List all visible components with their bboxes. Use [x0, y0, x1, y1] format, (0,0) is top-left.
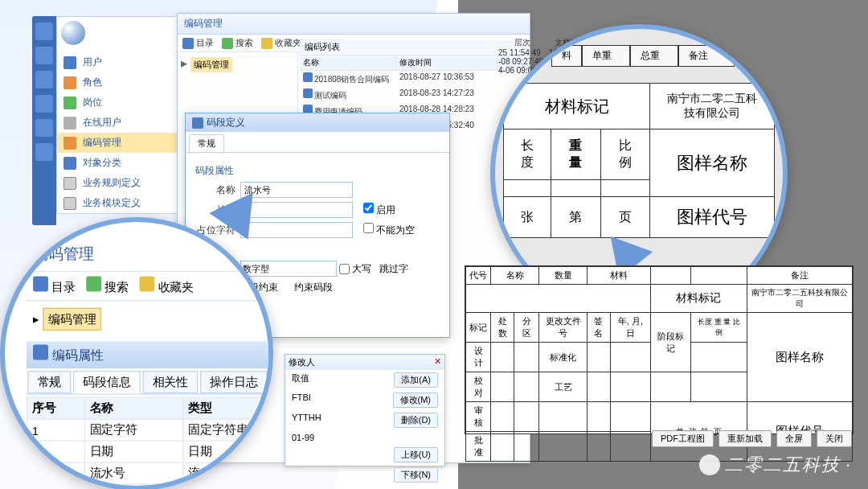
- list-row[interactable]: 测试编码2018-08-23 14:27:23: [300, 87, 530, 103]
- window-title: 编码管理: [178, 14, 530, 35]
- moveup-button[interactable]: 上移(U): [394, 447, 438, 462]
- add-button[interactable]: 添加(A): [394, 372, 438, 388]
- name-input[interactable]: [240, 182, 353, 198]
- title-block-zoom: 材料标记南宁市二零二五科技有限公司 长度重 量比 例图样名称 张第页图样代号: [503, 83, 775, 238]
- code-list: 编码列表 名称 修改时间 201808销售合同编码2018-08-27 10:3…: [300, 39, 530, 120]
- mag-tree-node[interactable]: 编码管理: [43, 308, 101, 331]
- menu-biz-modules[interactable]: 业务模块定义: [57, 193, 192, 213]
- type-select[interactable]: [240, 261, 337, 277]
- enable-checkbox[interactable]: [363, 203, 374, 213]
- close-icon[interactable]: ✕: [434, 356, 441, 368]
- table-row[interactable]: 1固定字符固定字符串2: [27, 419, 273, 441]
- pdf-button[interactable]: PDF工程图: [652, 430, 714, 447]
- menu-roles[interactable]: 角色: [57, 72, 192, 92]
- mag-tab-dir[interactable]: 目录: [33, 277, 76, 296]
- close-button[interactable]: 关闭: [817, 430, 852, 447]
- app-logo-icon: [61, 21, 85, 45]
- mag-tab-search[interactable]: 搜索: [86, 277, 129, 296]
- cad-title-block: 代号名称数量材料备注 材料标记南宁市二零二五科技有限公司 标记处数分 区更改文件…: [465, 265, 854, 434]
- fullscreen-button[interactable]: 全屏: [776, 430, 812, 447]
- app-icon-sidebar: [32, 16, 56, 225]
- list-tab[interactable]: 编码列表: [300, 39, 530, 55]
- delete-button[interactable]: 删除(D): [394, 413, 438, 428]
- tree-panel: ▸ 编码管理: [178, 52, 298, 117]
- value-panel: 修改人✕ 取值添加(A) FTBI修改(M) YTTHH删除(D) 01-99 …: [285, 354, 445, 466]
- wechat-icon: [699, 454, 720, 475]
- movedown-button[interactable]: 下移(N): [394, 467, 438, 483]
- menu-online[interactable]: 在线用户: [57, 113, 192, 133]
- magnifier-left: 编码管理 目录 搜索 收藏夹 ▸ 编码管理 编码属性 常规 码段信息 相关性 操…: [0, 217, 273, 489]
- ptab-relation[interactable]: 相关性: [142, 371, 198, 393]
- reload-button[interactable]: 重新加载: [719, 430, 772, 447]
- tab-general[interactable]: 常规: [189, 134, 224, 152]
- notnull-checkbox[interactable]: [363, 223, 374, 233]
- menu-users[interactable]: 用户: [57, 52, 192, 72]
- ptab-general[interactable]: 常规: [27, 371, 71, 393]
- mag-tab-fav[interactable]: 收藏夹: [140, 277, 194, 296]
- watermark: 二零二五科技·: [699, 453, 852, 477]
- upper-checkbox[interactable]: [339, 264, 350, 274]
- menu-code-mgmt[interactable]: 编码管理: [57, 133, 192, 153]
- tab-directory[interactable]: 目录: [182, 37, 214, 49]
- ptab-seginfo[interactable]: 码段信息: [73, 371, 141, 393]
- tab-search[interactable]: 搜索: [222, 37, 253, 49]
- tree-root[interactable]: 编码管理: [190, 57, 232, 72]
- modify-button[interactable]: 修改(M): [393, 392, 439, 408]
- menu-obj-class[interactable]: 对象分类: [57, 153, 192, 173]
- subwin-title: 码段定义: [207, 116, 245, 129]
- menu-biz-rules[interactable]: 业务规则定义: [57, 173, 192, 193]
- list-row[interactable]: 201808销售合同编码2018-08-27 10:36:53: [300, 71, 530, 87]
- menu-posts[interactable]: 岗位: [57, 92, 192, 113]
- tab-favorites[interactable]: 收藏夹: [261, 37, 301, 49]
- ptab-log[interactable]: 操作日志: [200, 371, 268, 393]
- main-menu: 用户 角色 岗位 在线用户 编码管理 对象分类 业务规则定义 业务模块定义: [56, 16, 193, 214]
